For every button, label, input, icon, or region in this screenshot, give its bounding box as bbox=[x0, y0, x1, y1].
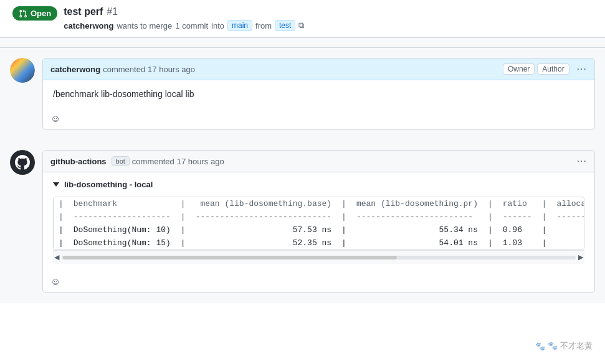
row2-mean-pr: 54.01 ns bbox=[351, 236, 483, 250]
comment-1-badges: Owner Author bbox=[503, 63, 569, 75]
sep-mean-base: ---------------------------- bbox=[191, 210, 336, 223]
pipe: | bbox=[483, 223, 498, 236]
pipe: | bbox=[176, 223, 191, 236]
comment-1-reactions: ☺ bbox=[43, 108, 594, 129]
row2-benchmark: DoSomething(Num: 15) bbox=[69, 236, 176, 250]
github-logo-icon bbox=[15, 155, 30, 170]
row1-allocated: 12 bbox=[551, 223, 584, 236]
scroll-right-arrow[interactable]: ▶ bbox=[578, 253, 583, 261]
comment-1: catcherwong commented 17 hours ago Owner… bbox=[10, 48, 595, 140]
table-row: | DoSomething(Num: 15) | 52.35 ns | 54.0… bbox=[54, 236, 584, 250]
pipe: | bbox=[537, 197, 552, 210]
comment-2-reaction-emoji[interactable]: ☺ bbox=[50, 276, 60, 287]
pipe: | bbox=[483, 197, 498, 210]
pipe: | bbox=[54, 197, 69, 210]
comment-1-avatar bbox=[10, 58, 35, 83]
comment-2-header: github-actions bot commented 17 hours ag… bbox=[43, 151, 594, 172]
row2-mean-base: 52.35 ns bbox=[191, 236, 336, 250]
pr-author[interactable]: catcherwong bbox=[64, 21, 113, 30]
bot-badge: bot bbox=[112, 156, 130, 166]
watermark-text: 🐾 不才老黄 bbox=[548, 340, 593, 352]
pr-commit-count: 1 commit bbox=[175, 21, 208, 30]
comment-2-author[interactable]: github-actions bbox=[50, 157, 107, 166]
pipe: | bbox=[54, 236, 69, 250]
comment-2-avatar bbox=[10, 150, 35, 175]
comment-1-action: commented bbox=[103, 65, 145, 74]
pipe: | bbox=[537, 223, 552, 236]
watermark: 🐾 🐾 不才老黄 bbox=[535, 340, 593, 352]
sep-ratio: ------ bbox=[498, 210, 537, 223]
pr-status-badge: Open bbox=[12, 6, 57, 21]
row2-ratio: 1.03 bbox=[498, 236, 537, 250]
pr-number: #1 bbox=[107, 6, 118, 17]
row1-ratio: 0.96 bbox=[498, 223, 537, 236]
pr-into-label: into bbox=[211, 21, 224, 30]
pipe: | bbox=[483, 236, 498, 250]
pr-from-label: from bbox=[255, 21, 272, 30]
table-row: | DoSomething(Num: 10) | 57.53 ns | 55.3… bbox=[54, 223, 584, 236]
pr-source-branch[interactable]: test bbox=[275, 20, 295, 31]
pr-title: test perf bbox=[64, 6, 103, 17]
comment-2-time: 17 hours ago bbox=[177, 157, 224, 166]
sep-allocated: ------------------------------ bbox=[551, 210, 584, 223]
pipe: | bbox=[176, 197, 191, 210]
comment-2-reactions: ☺ bbox=[43, 271, 594, 292]
author-badge: Author bbox=[537, 63, 569, 75]
comment-2-action: commented bbox=[132, 157, 174, 166]
row1-mean-base: 57.53 ns bbox=[191, 223, 336, 236]
pipe: | bbox=[54, 210, 69, 223]
row1-benchmark: DoSomething(Num: 10) bbox=[69, 223, 176, 236]
pr-status-label: Open bbox=[31, 9, 51, 18]
sep-benchmark: -------------------- bbox=[69, 210, 176, 223]
benchmark-table: | benchmark | mean (lib-dosomething.base… bbox=[54, 197, 584, 250]
table-scroll-container: | benchmark | mean (lib-dosomething.base… bbox=[53, 197, 584, 264]
comment-1-author[interactable]: catcherwong bbox=[50, 65, 100, 74]
sep-mean-pr: ------------------------ bbox=[351, 210, 483, 223]
comment-1-reaction-emoji[interactable]: ☺ bbox=[50, 113, 60, 124]
col-ratio: ratio bbox=[498, 197, 537, 210]
scroll-track[interactable] bbox=[62, 256, 576, 259]
col-mean-base: mean (lib-dosomething.base) bbox=[191, 197, 336, 210]
col-benchmark: benchmark bbox=[69, 197, 176, 210]
pipe: | bbox=[336, 236, 351, 250]
watermark-icon: 🐾 bbox=[535, 342, 545, 351]
pipe: | bbox=[537, 210, 552, 223]
comment-2: github-actions bot commented 17 hours ag… bbox=[10, 140, 595, 303]
benchmark-section: lib-dosomething - local | benchmark | bbox=[43, 172, 594, 271]
pipe: | bbox=[483, 210, 498, 223]
table-row-header: | benchmark | mean (lib-dosomething.base… bbox=[54, 197, 584, 210]
comment-1-more-menu[interactable]: ··· bbox=[577, 63, 587, 75]
pipe: | bbox=[54, 223, 69, 236]
comment-1-time: 17 hours ago bbox=[148, 65, 195, 74]
pipe: | bbox=[336, 197, 351, 210]
comment-1-body: /benchmark lib-dosomething local lib bbox=[43, 80, 594, 108]
pr-subtitle-row: catcherwong wants to merge 1 commit into… bbox=[64, 20, 304, 31]
scroll-thumb bbox=[63, 256, 397, 259]
pr-target-branch[interactable]: main bbox=[227, 20, 252, 31]
comments-area: catcherwong commented 17 hours ago Owner… bbox=[0, 48, 605, 303]
pipe: | bbox=[176, 210, 191, 223]
comment-1-container: catcherwong commented 17 hours ago Owner… bbox=[42, 58, 595, 130]
divider-bar bbox=[0, 38, 605, 48]
avatar-sunset-image bbox=[10, 58, 35, 83]
row1-mean-pr: 55.34 ns bbox=[351, 223, 483, 236]
col-allocated: allocated (lib-dosomething.ba bbox=[551, 197, 584, 210]
comment-2-container: github-actions bot commented 17 hours ag… bbox=[42, 150, 595, 293]
table-wrapper[interactable]: | benchmark | mean (lib-dosomething.base… bbox=[53, 197, 584, 250]
page-wrapper: Open test perf #1 catcherwong wants to m… bbox=[0, 0, 605, 364]
scroll-left-arrow[interactable]: ◀ bbox=[54, 253, 59, 261]
pipe: | bbox=[336, 223, 351, 236]
comment-2-more-menu[interactable]: ··· bbox=[577, 156, 587, 167]
triangle-icon bbox=[53, 182, 59, 187]
copy-branch-icon[interactable]: ⧉ bbox=[298, 21, 304, 30]
pr-header: Open test perf #1 catcherwong wants to m… bbox=[0, 0, 605, 38]
col-mean-pr: mean (lib-dosomething.pr) bbox=[351, 197, 483, 210]
table-row-separator: | -------------------- | ---------------… bbox=[54, 210, 584, 223]
benchmark-title-text: lib-dosomething - local bbox=[64, 180, 153, 189]
pipe: | bbox=[336, 210, 351, 223]
comment-1-header: catcherwong commented 17 hours ago Owner… bbox=[43, 58, 594, 80]
owner-badge: Owner bbox=[503, 63, 535, 75]
row2-allocated: 12 bbox=[551, 236, 584, 250]
pipe: | bbox=[537, 236, 552, 250]
benchmark-title: lib-dosomething - local bbox=[53, 180, 584, 189]
